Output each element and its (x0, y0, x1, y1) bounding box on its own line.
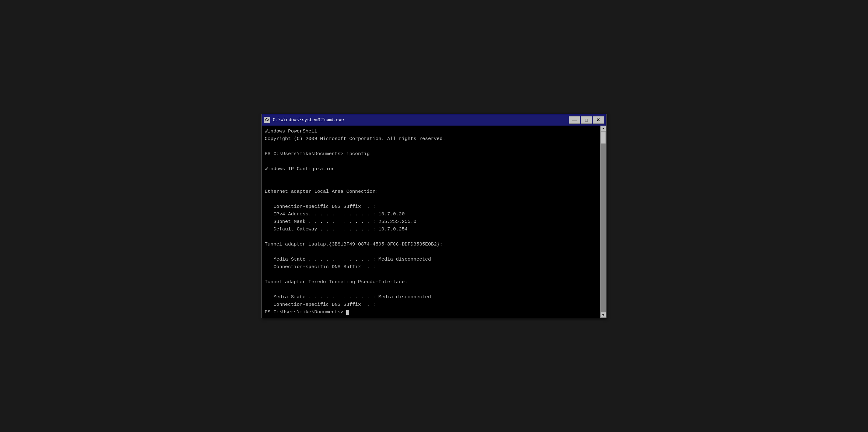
scroll-down-button[interactable]: ▼ (600, 312, 606, 318)
title-bar: C: C:\Windows\system32\cmd.exe — □ ✕ (262, 114, 606, 125)
scroll-thumb[interactable] (600, 131, 606, 144)
title-bar-left: C: C:\Windows\system32\cmd.exe (264, 117, 344, 123)
cmd-icon: C: (264, 117, 270, 123)
window-controls: — □ ✕ (569, 116, 604, 124)
minimize-button[interactable]: — (569, 116, 580, 124)
window-title: C:\Windows\system32\cmd.exe (273, 117, 344, 122)
cmd-window: C: C:\Windows\system32\cmd.exe — □ ✕ Win… (261, 114, 607, 318)
scroll-track[interactable] (600, 131, 606, 312)
console-output: Windows PowerShell Copyright (C) 2009 Mi… (262, 125, 606, 318)
cursor (346, 310, 349, 315)
scroll-up-button[interactable]: ▲ (600, 125, 606, 131)
scrollbar[interactable]: ▲ ▼ (600, 125, 606, 318)
close-button[interactable]: ✕ (593, 116, 604, 124)
maximize-button[interactable]: □ (581, 116, 592, 124)
console-text-block: Windows PowerShell Copyright (C) 2009 Mi… (265, 127, 598, 316)
